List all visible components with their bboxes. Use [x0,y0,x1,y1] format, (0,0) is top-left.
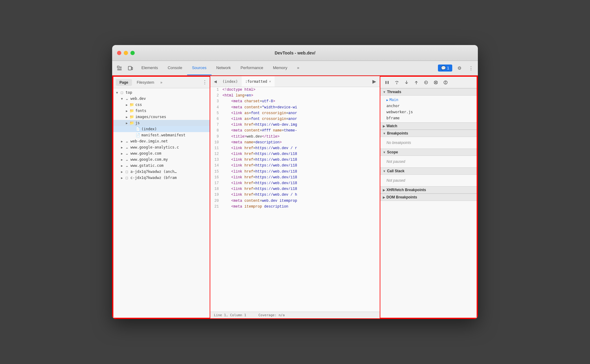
code-editor[interactable]: 1 <!doctype html> 2 <html lang=en> 3 <me… [210,87,380,312]
thread-item-anchor[interactable]: anchor [380,103,477,109]
tree-arrow-images: ▶ [124,114,129,119]
line-content-11: <link href=https://web.dev / r [222,145,380,151]
tab-more[interactable]: » [292,61,304,75]
deactivate-breakpoints-button[interactable] [432,78,440,87]
tree-label-fonts: fonts [135,109,146,113]
threads-section-header[interactable]: ▼ Threads [380,88,477,96]
thread-item-bframe[interactable]: bframe [380,115,477,121]
tree-item-googlemy[interactable]: ▶ ☁ www.google.com.my [113,156,210,163]
more-options-button[interactable]: ⋮ [466,64,475,73]
settings-button[interactable]: ⚙ [455,64,464,73]
tab-memory[interactable]: Memory [268,61,292,75]
panel-tab-filesystem[interactable]: Filesystem [133,79,158,86]
dom-section-header[interactable]: ▶ DOM Breakpoints [380,194,477,201]
editor-back-nav[interactable]: ◀ [211,78,219,85]
line-content-9: <title>web.dev</title> [222,134,380,140]
scope-not-paused: Not paused [380,157,477,166]
dom-arrow: ▶ [383,196,385,199]
line-content-13: <link href=https://web.dev/i18 [222,157,380,163]
tree-label-manifest: manifest.webmanifest [141,133,186,137]
frame-icon-anchor: □ [124,169,129,174]
tree-arrow-webdev: ▼ [119,96,124,101]
cloud-icon-analytics: ☁ [124,145,129,150]
panel-menu-button[interactable]: ⋮ [202,79,207,85]
line-num-20: 20 [210,198,222,204]
notifications-badge[interactable]: 💬 1 [438,65,452,72]
device-icon[interactable] [126,63,135,73]
editor-tab-close[interactable]: ✕ [269,79,271,83]
callstack-arrow: ▼ [383,170,386,173]
maximize-button[interactable] [130,51,135,55]
inspect-icon[interactable] [115,63,124,73]
line-content-12: <link href=https://web.dev/i18 [222,151,380,157]
tree-label-index: (index) [141,127,157,131]
tree-item-fonts[interactable]: ▶ 📁 fonts [113,108,210,114]
breakpoints-section-header[interactable]: ▼ Breakpoints [380,130,477,137]
pause-button[interactable] [383,78,391,87]
xhr-section-header[interactable]: ▶ XHR/fetch Breakpoints [380,186,477,194]
editor-tab-right-nav[interactable]: ▶ [370,79,379,84]
tree-label-imgix: web-dev.imgix.net [130,139,168,143]
callstack-label: Call Stack [387,169,404,173]
pause-exceptions-button[interactable] [441,78,450,87]
code-line-14: 14 <link href=https://web.dev/i18 [210,163,380,169]
tree-item-gstatic[interactable]: ▶ ☁ www.gstatic.com [113,163,210,169]
code-line-18: 18 <link href=https://web.dev/i18 [210,186,380,192]
tree-item-images[interactable]: ▶ 📁 images/courses [113,114,210,120]
line-content-6: <link as=font crossorigin=anor [222,116,380,122]
tree-item-bframe[interactable]: ▶ □ c-jdx1q7kwadwz (bfram [113,175,210,181]
line-num-3: 3 [210,99,222,104]
editor-statusbar: Line 1, Column 1 Coverage: n/a [210,312,380,318]
tab-console[interactable]: Console [163,61,187,75]
cloud-icon-imgix: ☁ [124,139,129,144]
line-content-17: <link href=https://web.dev/i18 [222,180,380,186]
code-line-6: 6 <link as=font crossorigin=anor [210,116,380,122]
watch-section-header[interactable]: ▶ Watch [380,122,477,130]
badge-count: 1 [447,66,449,70]
thread-item-webworker[interactable]: webworker.js [380,109,477,115]
panel-tab-page[interactable]: Page [116,79,132,86]
svg-rect-7 [445,81,446,83]
tree-arrow-imgix: ▶ [119,139,124,144]
step-out-button[interactable] [412,78,421,87]
callstack-section-header[interactable]: ▼ Call Stack [380,167,477,175]
tree-label-googlemy: www.google.com.my [130,157,168,162]
tree-item-anchor[interactable]: ▶ □ a-jdx1q7kwadwz (anch… [113,169,210,175]
line-content-10: <meta name=description> [222,140,380,145]
code-line-16: 16 <link href=https://web.dev/i18 [210,175,380,180]
tab-elements[interactable]: Elements [137,61,163,75]
tree-item-imgix[interactable]: ▶ ☁ web-dev.imgix.net [113,138,210,144]
line-num-21: 21 [210,204,222,210]
thread-item-main[interactable]: Main [380,97,477,103]
tree-item-analytics[interactable]: ▶ ☁ www.google-analytics.c [113,144,210,150]
scope-section-header[interactable]: ▼ Scope [380,149,477,156]
tree-arrow-css: ▶ [124,102,129,107]
editor-tab-index[interactable]: (index) [219,76,242,87]
step-button[interactable] [422,78,430,87]
tab-performance[interactable]: Performance [236,61,268,75]
line-num-5: 5 [210,110,222,116]
dom-label: DOM Breakpoints [386,195,417,199]
step-into-button[interactable] [402,78,411,87]
line-content-21: <meta itemprop description [222,204,380,210]
step-over-button[interactable] [393,78,401,87]
tab-sources[interactable]: Sources [187,61,211,75]
panel-tab-more[interactable]: » [160,80,162,85]
code-line-9: 9 <title>web.dev</title> [210,134,380,140]
line-num-12: 12 [210,151,222,157]
svg-rect-0 [117,66,119,68]
tree-item-webdev[interactable]: ▼ ☁ web.dev [113,96,210,102]
line-num-10: 10 [210,140,222,145]
editor-tab-formatted[interactable]: :formatted ✕ [242,76,275,87]
tree-item-index[interactable]: ▶ 📄 (index) [113,126,210,132]
tree-item-js[interactable]: ▶ 📁 js [113,120,210,126]
tab-network[interactable]: Network [211,61,236,75]
tree-item-manifest[interactable]: ▶ 📄 manifest.webmanifest [113,132,210,138]
minimize-button[interactable] [124,51,128,55]
no-breakpoints-message: No breakpoints [380,138,477,147]
line-num-7: 7 [210,122,222,128]
tree-item-top[interactable]: ▼ □ top [113,89,210,96]
close-button[interactable] [117,51,121,55]
tree-item-css[interactable]: ▶ 📁 css [113,102,210,108]
tree-item-google[interactable]: ▶ ☁ www.google.com [113,150,210,156]
